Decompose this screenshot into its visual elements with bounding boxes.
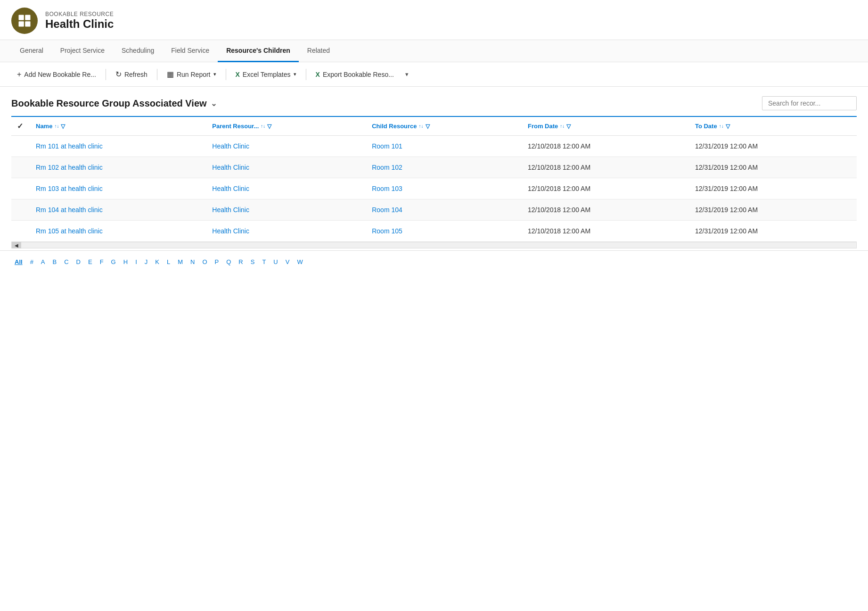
alpha-nav-item-#[interactable]: # xyxy=(27,256,37,267)
child-sort-icon[interactable]: ↑↓ xyxy=(419,124,424,129)
view-title-container: Bookable Resource Group Associated View … xyxy=(11,98,217,109)
name-sort-icon[interactable]: ↑↓ xyxy=(54,124,59,129)
svg-rect-2 xyxy=(19,21,24,26)
row-checkbox[interactable] xyxy=(11,199,30,221)
alpha-nav-item-r[interactable]: R xyxy=(235,256,246,267)
from-date-sort-icon[interactable]: ↑↓ xyxy=(560,124,565,129)
row-child-resource[interactable]: Room 101 xyxy=(366,136,522,157)
tab-related[interactable]: Related xyxy=(299,40,338,62)
horizontal-scrollbar[interactable]: ◀ xyxy=(11,242,857,248)
alpha-nav-item-g[interactable]: G xyxy=(108,256,119,267)
to-date-sort-icon[interactable]: ↑↓ xyxy=(719,124,724,129)
alpha-nav-item-c[interactable]: C xyxy=(61,256,72,267)
alpha-nav-item-w[interactable]: W xyxy=(294,256,306,267)
child-filter-icon[interactable]: ▽ xyxy=(426,123,430,130)
row-checkbox[interactable] xyxy=(11,221,30,242)
row-parent-resource[interactable]: Health Clinic xyxy=(206,221,366,242)
alpha-nav-item-q[interactable]: Q xyxy=(223,256,234,267)
row-checkbox[interactable] xyxy=(11,136,30,157)
row-name[interactable]: Rm 103 at health clinic xyxy=(30,178,206,199)
alpha-nav: All#ABCDEFGHIJKLMNOPQRSTUVW xyxy=(0,250,868,271)
search-input[interactable] xyxy=(762,96,857,110)
row-to-date: 12/31/2019 12:00 AM xyxy=(689,157,857,178)
more-button[interactable]: ▾ xyxy=(401,68,412,81)
alpha-nav-item-p[interactable]: P xyxy=(212,256,222,267)
tab-general[interactable]: General xyxy=(11,40,52,62)
row-name[interactable]: Rm 101 at health clinic xyxy=(30,136,206,157)
add-new-label: Add New Bookable Re... xyxy=(24,71,96,78)
view-title-chevron[interactable]: ⌄ xyxy=(211,99,217,108)
export-button[interactable]: X Export Bookable Reso... xyxy=(310,68,400,81)
alpha-nav-item-b[interactable]: B xyxy=(49,256,60,267)
row-parent-resource[interactable]: Health Clinic xyxy=(206,199,366,221)
name-filter-icon[interactable]: ▽ xyxy=(61,123,65,130)
tab-project-service[interactable]: Project Service xyxy=(52,40,113,62)
parent-filter-icon[interactable]: ▽ xyxy=(267,123,271,130)
alpha-nav-item-l[interactable]: L xyxy=(164,256,173,267)
alpha-nav-item-e[interactable]: E xyxy=(85,256,96,267)
row-parent-resource[interactable]: Health Clinic xyxy=(206,178,366,199)
col-header-from-date: From Date ↑↓ ▽ xyxy=(522,116,689,136)
tab-field-service[interactable]: Field Service xyxy=(163,40,218,62)
row-child-resource[interactable]: Room 103 xyxy=(366,178,522,199)
row-child-resource[interactable]: Room 102 xyxy=(366,157,522,178)
alpha-nav-item-d[interactable]: D xyxy=(73,256,84,267)
row-name[interactable]: Rm 104 at health clinic xyxy=(30,199,206,221)
refresh-label: Refresh xyxy=(124,71,147,78)
run-report-button[interactable]: ▦ Run Report ▾ xyxy=(161,67,222,82)
alpha-nav-item-o[interactable]: O xyxy=(199,256,210,267)
run-report-label: Run Report xyxy=(177,71,211,78)
row-to-date: 12/31/2019 12:00 AM xyxy=(689,136,857,157)
add-new-button[interactable]: + Add New Bookable Re... xyxy=(11,67,102,82)
tab-scheduling[interactable]: Scheduling xyxy=(113,40,163,62)
alpha-nav-item-a[interactable]: A xyxy=(38,256,49,267)
select-all-header[interactable]: ✓ xyxy=(11,116,30,136)
col-header-parent-resource: Parent Resour... ↑↓ ▽ xyxy=(206,116,366,136)
row-parent-resource[interactable]: Health Clinic xyxy=(206,157,366,178)
header-title: Health Clinic xyxy=(45,17,114,31)
table-body: Rm 101 at health clinicHealth ClinicRoom… xyxy=(11,136,857,242)
row-parent-resource[interactable]: Health Clinic xyxy=(206,136,366,157)
alpha-nav-item-s[interactable]: S xyxy=(247,256,258,267)
row-child-resource[interactable]: Room 105 xyxy=(366,221,522,242)
alpha-nav-item-j[interactable]: J xyxy=(141,256,151,267)
excel-chevron: ▾ xyxy=(294,71,296,77)
to-date-filter-icon[interactable]: ▽ xyxy=(726,123,730,130)
grid-icon xyxy=(17,14,32,28)
from-date-filter-icon[interactable]: ▽ xyxy=(566,123,571,130)
row-checkbox[interactable] xyxy=(11,178,30,199)
run-report-chevron: ▾ xyxy=(213,71,216,77)
scroll-left-button[interactable]: ◀ xyxy=(12,242,21,248)
refresh-button[interactable]: ↻ Refresh xyxy=(110,67,153,82)
col-to-date-label: To Date xyxy=(695,123,717,130)
alpha-nav-item-v[interactable]: V xyxy=(282,256,293,267)
row-name[interactable]: Rm 105 at health clinic xyxy=(30,221,206,242)
row-checkbox[interactable] xyxy=(11,157,30,178)
alpha-nav-item-all[interactable]: All xyxy=(11,256,26,267)
row-from-date: 12/10/2018 12:00 AM xyxy=(522,136,689,157)
table-row[interactable]: Rm 103 at health clinicHealth ClinicRoom… xyxy=(11,178,857,199)
table-row[interactable]: Rm 102 at health clinicHealth ClinicRoom… xyxy=(11,157,857,178)
alpha-nav-item-m[interactable]: M xyxy=(174,256,186,267)
row-from-date: 12/10/2018 12:00 AM xyxy=(522,199,689,221)
alpha-nav-item-i[interactable]: I xyxy=(132,256,140,267)
alpha-nav-item-f[interactable]: F xyxy=(97,256,107,267)
table-row[interactable]: Rm 105 at health clinicHealth ClinicRoom… xyxy=(11,221,857,242)
alpha-nav-item-h[interactable]: H xyxy=(120,256,131,267)
row-to-date: 12/31/2019 12:00 AM xyxy=(689,221,857,242)
alpha-nav-item-t[interactable]: T xyxy=(259,256,269,267)
alpha-nav-item-n[interactable]: N xyxy=(187,256,198,267)
export-label: Export Bookable Reso... xyxy=(323,71,394,78)
alpha-nav-item-k[interactable]: K xyxy=(152,256,163,267)
alpha-nav-item-u[interactable]: U xyxy=(270,256,281,267)
tab-resources-children[interactable]: Resource's Children xyxy=(218,40,299,62)
col-header-to-date: To Date ↑↓ ▽ xyxy=(689,116,857,136)
view-header: Bookable Resource Group Associated View … xyxy=(0,87,868,116)
row-name[interactable]: Rm 102 at health clinic xyxy=(30,157,206,178)
parent-sort-icon[interactable]: ↑↓ xyxy=(261,124,265,129)
table-row[interactable]: Rm 104 at health clinicHealth ClinicRoom… xyxy=(11,199,857,221)
row-child-resource[interactable]: Room 104 xyxy=(366,199,522,221)
excel-templates-button[interactable]: X Excel Templates ▾ xyxy=(230,68,302,81)
table-row[interactable]: Rm 101 at health clinicHealth ClinicRoom… xyxy=(11,136,857,157)
app-logo xyxy=(11,8,38,34)
